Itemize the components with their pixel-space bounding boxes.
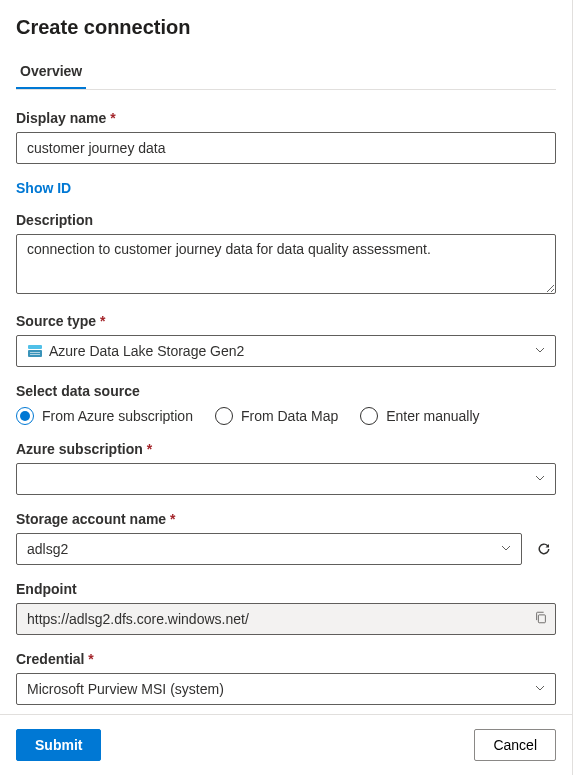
endpoint-field: https://adlsg2.dfs.core.windows.net/ (16, 603, 556, 635)
endpoint-label: Endpoint (16, 581, 556, 597)
display-name-label: Display name (16, 110, 556, 126)
azure-subscription-select[interactable] (16, 463, 556, 495)
credential-select[interactable]: Microsoft Purview MSI (system) (16, 673, 556, 705)
source-type-label: Source type (16, 313, 556, 329)
description-input[interactable] (16, 234, 556, 294)
select-data-source-label: Select data source (16, 383, 556, 399)
storage-account-select[interactable]: adlsg2 (16, 533, 522, 565)
credential-label: Credential (16, 651, 556, 667)
svg-rect-1 (28, 350, 42, 357)
svg-rect-3 (30, 354, 40, 355)
tabs: Overview (16, 55, 556, 90)
page-title: Create connection (16, 16, 556, 39)
refresh-icon (536, 541, 552, 557)
svg-rect-4 (538, 615, 545, 623)
radio-label: From Azure subscription (42, 408, 193, 424)
show-id-link[interactable]: Show ID (16, 180, 71, 196)
description-label: Description (16, 212, 556, 228)
copy-button[interactable] (534, 611, 548, 628)
radio-label: Enter manually (386, 408, 479, 424)
radio-from-data-map[interactable]: From Data Map (215, 407, 338, 425)
credential-value: Microsoft Purview MSI (system) (27, 681, 224, 697)
display-name-input[interactable] (16, 132, 556, 164)
radio-icon (360, 407, 378, 425)
source-type-select[interactable]: Azure Data Lake Storage Gen2 (16, 335, 556, 367)
adls-icon (27, 343, 43, 359)
storage-account-value: adlsg2 (27, 541, 68, 557)
azure-subscription-label: Azure subscription (16, 441, 556, 457)
radio-enter-manually[interactable]: Enter manually (360, 407, 479, 425)
endpoint-value: https://adlsg2.dfs.core.windows.net/ (27, 611, 249, 627)
refresh-button[interactable] (532, 537, 556, 561)
svg-rect-0 (28, 345, 42, 349)
radio-label: From Data Map (241, 408, 338, 424)
source-type-value: Azure Data Lake Storage Gen2 (49, 343, 244, 359)
submit-button[interactable]: Submit (16, 729, 101, 761)
storage-account-label: Storage account name (16, 511, 556, 527)
cancel-button[interactable]: Cancel (474, 729, 556, 761)
radio-icon (215, 407, 233, 425)
copy-icon (534, 611, 548, 625)
radio-from-azure[interactable]: From Azure subscription (16, 407, 193, 425)
svg-rect-2 (30, 352, 40, 353)
tab-overview[interactable]: Overview (16, 55, 86, 89)
radio-icon (16, 407, 34, 425)
